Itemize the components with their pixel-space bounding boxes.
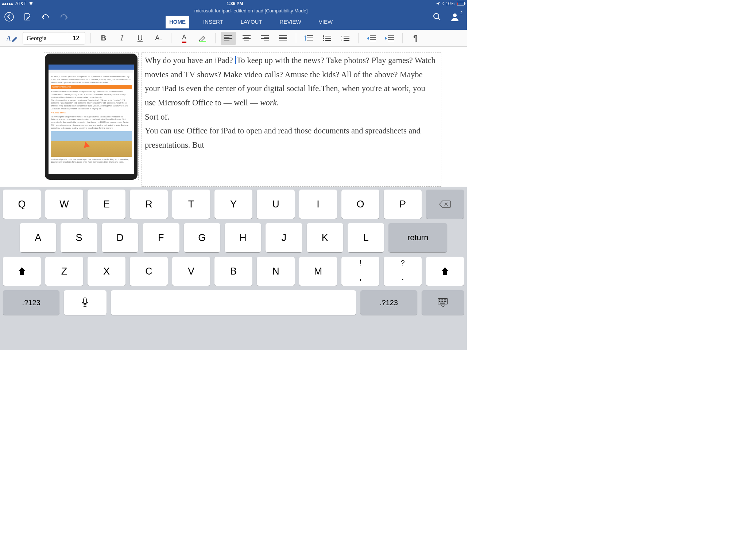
key-n[interactable]: N — [257, 257, 295, 286]
wifi-icon — [28, 2, 34, 5]
location-icon — [436, 2, 440, 5]
decrease-indent-button[interactable] — [364, 32, 379, 45]
document-image[interactable]: In 2007, Contoso products comprised 35.2… — [44, 52, 139, 180]
onscreen-keyboard: Q W E R T Y U I O P A S D F G H J K L re… — [0, 187, 467, 350]
key-return[interactable]: return — [388, 223, 447, 252]
svg-rect-11 — [84, 298, 86, 304]
svg-point-5 — [323, 35, 324, 37]
svg-rect-16 — [444, 299, 445, 300]
key-dictation[interactable] — [64, 290, 106, 315]
bluetooth-icon — [441, 1, 444, 6]
tab-home[interactable]: HOME — [166, 16, 189, 28]
key-a[interactable]: A — [20, 223, 56, 252]
tab-review[interactable]: REVIEW — [276, 16, 305, 28]
account-button[interactable]: 2 — [450, 12, 460, 22]
search-button[interactable] — [433, 12, 441, 21]
key-s[interactable]: S — [61, 223, 97, 252]
more-formatting-button[interactable]: A... — [151, 32, 166, 45]
bold-button[interactable]: B — [96, 32, 111, 45]
font-size[interactable]: 12 — [67, 32, 85, 44]
ribbon-tabs: HOME INSERT LAYOUT REVIEW VIEW — [166, 16, 336, 28]
key-j[interactable]: J — [266, 223, 302, 252]
document-text[interactable]: Why do you have an iPad? To keep up with… — [142, 52, 441, 187]
status-bar: AT&T 1:36 PM 10% — [0, 0, 467, 7]
key-u[interactable]: U — [257, 190, 295, 219]
font-color-button[interactable]: A — [177, 32, 192, 45]
tab-insert[interactable]: INSERT — [200, 16, 227, 28]
svg-text:A: A — [7, 35, 11, 42]
key-y[interactable]: Y — [214, 190, 252, 219]
key-k[interactable]: K — [307, 223, 343, 252]
battery-icon — [457, 2, 465, 5]
key-h[interactable]: H — [225, 223, 261, 252]
svg-text:3: 3 — [341, 40, 342, 41]
svg-point-6 — [323, 38, 324, 39]
svg-point-7 — [323, 40, 324, 41]
keyboard-row-3: Z X C V B N M ! , ? . — [1, 257, 465, 286]
back-button[interactable] — [4, 11, 15, 22]
svg-rect-14 — [441, 299, 442, 300]
key-shift-right[interactable] — [426, 257, 464, 286]
key-numbers-right[interactable]: .?123 — [360, 290, 417, 315]
svg-rect-22 — [445, 301, 446, 302]
key-comma[interactable]: ! , — [341, 257, 379, 286]
key-q[interactable]: Q — [3, 190, 41, 219]
align-left-button[interactable] — [221, 32, 236, 45]
svg-rect-13 — [439, 299, 440, 300]
document-canvas[interactable]: In 2007, Contoso products comprised 35.2… — [0, 47, 467, 187]
svg-rect-23 — [440, 303, 445, 304]
svg-point-0 — [5, 12, 13, 21]
font-name[interactable]: Georgia — [23, 32, 67, 44]
bullet-list-button[interactable] — [320, 32, 335, 45]
key-v[interactable]: V — [172, 257, 210, 286]
font-picker[interactable]: Georgia 12 — [23, 32, 85, 44]
key-space[interactable] — [111, 290, 356, 315]
tab-view[interactable]: VIEW — [315, 16, 336, 28]
svg-rect-18 — [439, 301, 440, 302]
key-numbers-left[interactable]: .?123 — [3, 290, 59, 315]
document-title: microsoft for ipad- edited on ipad [Comp… — [194, 7, 308, 13]
key-t[interactable]: T — [172, 190, 210, 219]
key-backspace[interactable] — [426, 190, 464, 219]
key-shift-left[interactable] — [3, 257, 41, 286]
key-g[interactable]: G — [184, 223, 220, 252]
file-button[interactable] — [22, 11, 33, 22]
increase-indent-button[interactable] — [382, 32, 397, 45]
align-justify-button[interactable] — [275, 32, 291, 45]
show-marks-button[interactable]: ¶ — [408, 32, 423, 45]
key-p[interactable]: P — [384, 190, 422, 219]
key-c[interactable]: C — [130, 257, 168, 286]
carrier-label: AT&T — [15, 1, 26, 6]
key-period[interactable]: ? . — [384, 257, 422, 286]
battery-pct: 10% — [446, 1, 454, 6]
key-hide-keyboard[interactable] — [422, 290, 464, 315]
highlight-button[interactable] — [195, 32, 210, 45]
key-f[interactable]: F — [143, 223, 179, 252]
redo-button[interactable] — [58, 11, 69, 22]
signal-icon — [2, 1, 13, 6]
svg-rect-20 — [442, 301, 443, 302]
tab-layout[interactable]: LAYOUT — [237, 16, 266, 28]
key-r[interactable]: R — [130, 190, 168, 219]
undo-button[interactable] — [40, 11, 51, 22]
key-d[interactable]: D — [102, 223, 138, 252]
italic-button[interactable]: I — [114, 32, 129, 45]
key-w[interactable]: W — [45, 190, 83, 219]
key-z[interactable]: Z — [45, 257, 83, 286]
key-m[interactable]: M — [299, 257, 337, 286]
align-center-button[interactable] — [239, 32, 254, 45]
app-header: microsoft for ipad- edited on ipad [Comp… — [0, 7, 467, 30]
key-x[interactable]: X — [88, 257, 125, 286]
text-styles-button[interactable]: A — [4, 32, 20, 45]
key-l[interactable]: L — [348, 223, 384, 252]
underline-button[interactable]: U — [132, 32, 148, 45]
align-right-button[interactable] — [257, 32, 272, 45]
key-o[interactable]: O — [341, 190, 379, 219]
key-e[interactable]: E — [88, 190, 125, 219]
account-badge: 2 — [460, 11, 462, 15]
numbered-list-button[interactable]: 123 — [338, 32, 353, 45]
svg-rect-21 — [444, 301, 445, 302]
key-i[interactable]: I — [299, 190, 337, 219]
line-spacing-button[interactable] — [301, 32, 317, 45]
key-b[interactable]: B — [214, 257, 252, 286]
